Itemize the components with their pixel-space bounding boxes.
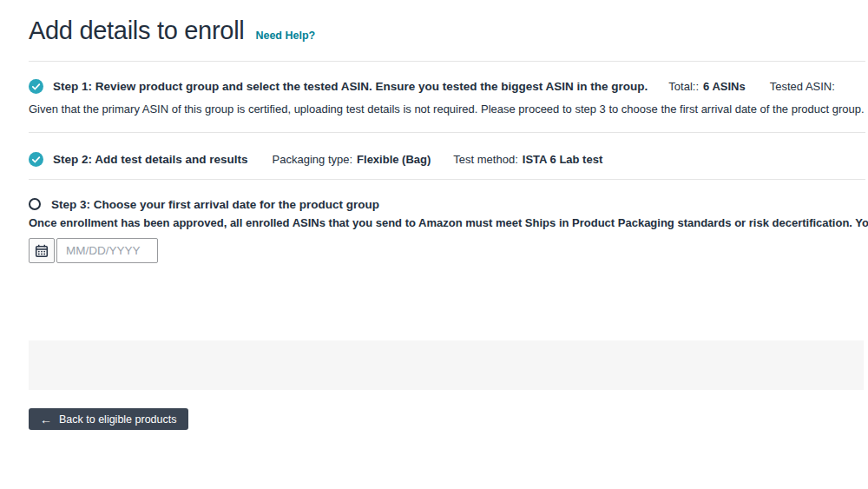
back-arrow-icon: ← — [40, 413, 52, 426]
step1-description: Given that the primary ASIN of this grou… — [29, 102, 868, 116]
title-row: Add details to enroll Need Help? — [29, 17, 315, 45]
step2-test-method-value: ISTA 6 Lab test — [523, 153, 602, 166]
step1-header[interactable]: Step 1: Review product group and select … — [29, 77, 868, 95]
back-button-label: Back to eligible products — [59, 413, 177, 426]
step3-header[interactable]: Step 3: Choose your first arrival date f… — [29, 195, 868, 213]
step1-title: Step 1: Review product group and select … — [53, 80, 648, 93]
arrival-date-input[interactable] — [56, 238, 158, 263]
step3-incomplete-circle-icon — [29, 198, 41, 210]
step1-tested-asin-label: Tested ASIN: — [770, 80, 835, 93]
page-title: Add details to enroll — [29, 17, 244, 45]
back-to-eligible-products-button[interactable]: ← Back to eligible products — [29, 408, 188, 430]
need-help-link[interactable]: Need Help? — [255, 30, 315, 42]
date-picker-button[interactable] — [29, 238, 55, 263]
step1-complete-check-icon — [29, 79, 43, 94]
step2-header[interactable]: Step 2: Add test details and results Pac… — [29, 150, 868, 168]
footer-panel — [29, 340, 864, 390]
first-arrival-date-picker — [29, 238, 158, 263]
step2-packaging-type-label: Packaging type: — [273, 153, 353, 166]
step2-complete-check-icon — [29, 152, 43, 167]
divider — [29, 179, 865, 180]
step1-total-label: Total:: — [668, 80, 699, 93]
step3-title: Step 3: Choose your first arrival date f… — [51, 198, 379, 211]
step2-test-method-label: Test method: — [453, 153, 517, 166]
step2-packaging-type-value: Flexible (Bag) — [357, 153, 431, 166]
step2-title: Step 2: Add test details and results — [53, 153, 248, 166]
calendar-icon — [35, 244, 49, 258]
step1-total-value: 6 ASINs — [703, 80, 746, 93]
divider — [29, 61, 865, 62]
divider — [29, 132, 865, 133]
step3-warning-text: Once enrollment has been approved, all e… — [29, 216, 868, 229]
